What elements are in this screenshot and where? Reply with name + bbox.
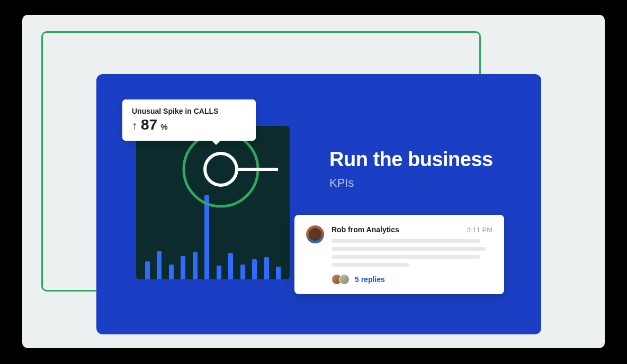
reply-avatars <box>332 274 350 285</box>
avatar <box>339 274 350 285</box>
message-author: Rob from Analytics <box>332 225 399 234</box>
bar <box>276 267 281 279</box>
bar <box>240 265 245 279</box>
bar <box>228 253 233 279</box>
alert-tooltip[interactable]: Unusual Spike in CALLS ↑ 87 % <box>122 99 256 141</box>
bar <box>193 252 198 279</box>
alert-value-row: ↑ 87 % <box>132 116 246 133</box>
bar-chart <box>136 187 290 279</box>
bar <box>157 251 162 279</box>
alert-value: 87 <box>141 116 157 133</box>
card-subtitle: KPIs <box>329 176 493 190</box>
replies-link[interactable]: 5 replies <box>355 275 385 284</box>
card-title: Run the business <box>329 148 493 171</box>
feature-card: Run the business KPIs <box>96 74 541 334</box>
alert-title: Unusual Spike in CALLS <box>132 107 246 115</box>
bar <box>252 259 257 279</box>
message-timestamp: 3:11 PM <box>467 226 492 234</box>
avatar <box>306 225 324 243</box>
bar <box>204 195 209 279</box>
outer-panel: Run the business KPIs <box>22 15 605 348</box>
chart-tile <box>136 126 290 279</box>
bar <box>145 261 150 279</box>
bar <box>217 266 221 279</box>
message-header: Rob from Analytics 3:11 PM 5 replies <box>306 225 492 285</box>
message-card[interactable]: Rob from Analytics 3:11 PM 5 replies <box>294 215 504 294</box>
percent-sign: % <box>160 122 167 131</box>
heading-area: Run the business KPIs <box>329 148 493 190</box>
message-body: Rob from Analytics 3:11 PM 5 replies <box>332 225 492 285</box>
arrow-up-icon: ↑ <box>132 120 138 132</box>
message-text-placeholder <box>332 239 492 267</box>
bar <box>264 257 269 279</box>
replies-row[interactable]: 5 replies <box>332 274 492 285</box>
bar <box>181 256 185 279</box>
bar <box>169 265 174 279</box>
